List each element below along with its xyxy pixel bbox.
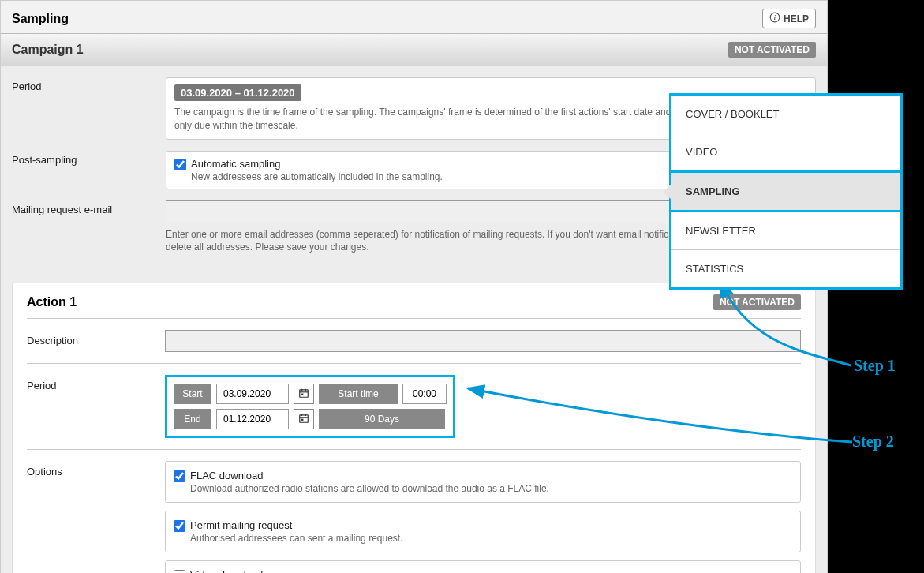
calendar-icon bbox=[298, 388, 309, 401]
nav-item-video[interactable]: VIDEO bbox=[671, 133, 900, 171]
help-button[interactable]: i HELP bbox=[762, 9, 816, 28]
flac-desc: Download authorized radio stations are a… bbox=[190, 483, 549, 494]
nav-item-newsletter[interactable]: NEWSLETTER bbox=[671, 212, 900, 250]
auto-sampling-label: Automatic sampling bbox=[191, 158, 443, 170]
video-label: Video download bbox=[190, 569, 469, 573]
side-nav-menu: COVER / BOOKLET VIDEO SAMPLING NEWSLETTE… bbox=[669, 93, 903, 290]
days-duration-badge: 90 Days bbox=[319, 409, 445, 429]
flac-download-checkbox[interactable] bbox=[174, 470, 185, 482]
row-options: Options FLAC download Download authorize… bbox=[27, 461, 801, 573]
start-date-input[interactable] bbox=[216, 384, 289, 404]
page-title: Sampling bbox=[12, 12, 69, 26]
options-label: Options bbox=[27, 461, 165, 573]
start-label: Start bbox=[174, 384, 211, 404]
permit-mailing-checkbox[interactable] bbox=[174, 520, 185, 532]
auto-sampling-checkbox[interactable] bbox=[174, 159, 186, 170]
option-flac: FLAC download Download authorized radio … bbox=[165, 461, 801, 503]
description-input[interactable] bbox=[165, 330, 801, 352]
svg-rect-2 bbox=[300, 390, 309, 397]
action-header: Action 1 NOT ACTIVATED bbox=[27, 294, 801, 318]
step2-arrow bbox=[462, 379, 856, 450]
flac-label: FLAC download bbox=[190, 470, 549, 481]
info-icon: i bbox=[769, 12, 780, 25]
end-calendar-button[interactable] bbox=[294, 409, 314, 429]
auto-sampling-desc: New addressees are automatically include… bbox=[191, 171, 443, 182]
permit-desc: Authorised addressees can sent a mailing… bbox=[190, 533, 403, 544]
campaign-date-range: 03.09.2020 – 01.12.2020 bbox=[174, 84, 301, 101]
end-label: End bbox=[174, 409, 211, 429]
campaign-title: Campaign 1 bbox=[12, 43, 84, 57]
svg-rect-7 bbox=[300, 415, 309, 422]
step2-label: Step 2 bbox=[852, 433, 894, 451]
svg-text:i: i bbox=[774, 14, 776, 21]
svg-rect-6 bbox=[301, 393, 303, 395]
option-permit-mailing: Permit mailing request Authorised addres… bbox=[165, 511, 801, 552]
step1-label: Step 1 bbox=[854, 357, 896, 375]
panel-header: Sampling i HELP bbox=[1, 1, 827, 33]
campaign-header: Campaign 1 NOT ACTIVATED bbox=[1, 33, 827, 66]
period-highlight-box: Start Start time End bbox=[165, 375, 455, 438]
svg-rect-11 bbox=[301, 418, 303, 420]
video-download-checkbox[interactable] bbox=[174, 570, 185, 573]
start-time-input[interactable] bbox=[402, 384, 447, 404]
separator bbox=[27, 363, 801, 364]
description-label: Description bbox=[27, 330, 165, 352]
campaign-status-badge: NOT ACTIVATED bbox=[728, 42, 816, 58]
end-date-input[interactable] bbox=[216, 409, 289, 429]
permit-label: Permit mailing request bbox=[190, 519, 403, 531]
help-label: HELP bbox=[784, 13, 809, 24]
start-time-label: Start time bbox=[319, 384, 398, 404]
action-title: Action 1 bbox=[27, 295, 77, 309]
nav-item-cover-booklet[interactable]: COVER / BOOKLET bbox=[671, 96, 900, 133]
start-calendar-button[interactable] bbox=[294, 384, 314, 404]
post-sampling-label: Post-sampling bbox=[12, 151, 166, 189]
mailing-label: Mailing request e-mail bbox=[12, 200, 166, 255]
option-video-download: Video download Authorised addressees can… bbox=[165, 560, 801, 573]
action-period-label: Period bbox=[27, 375, 165, 438]
calendar-icon bbox=[298, 413, 309, 426]
nav-item-sampling[interactable]: SAMPLING bbox=[671, 170, 900, 212]
row-description: Description bbox=[27, 330, 801, 352]
period-label: Period bbox=[12, 77, 166, 140]
nav-item-statistics[interactable]: STATISTICS bbox=[671, 250, 900, 287]
separator bbox=[27, 318, 801, 319]
